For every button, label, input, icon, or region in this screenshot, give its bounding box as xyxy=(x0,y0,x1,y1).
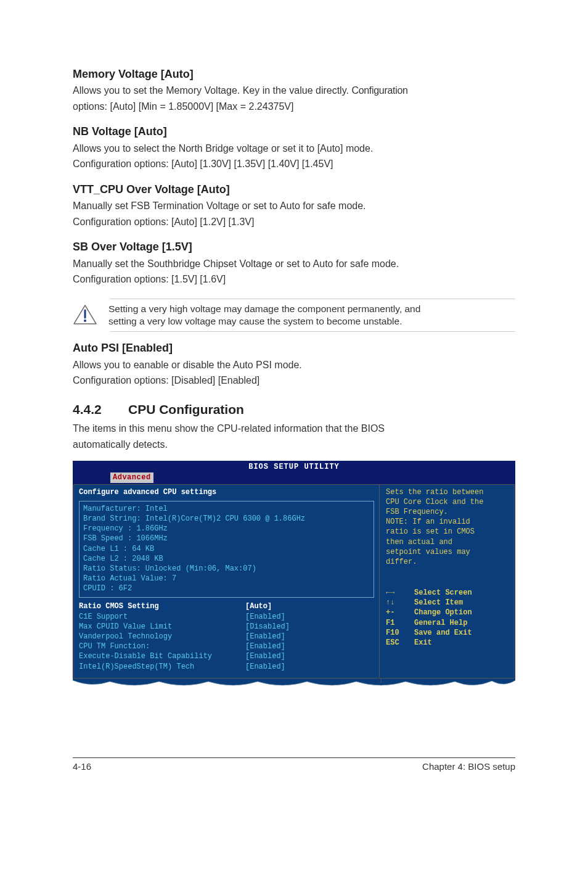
bios-tab-advanced[interactable]: Advanced xyxy=(110,472,153,482)
bios-nav-key: ←→ xyxy=(386,588,414,598)
bios-nav-row: ↑↓Select Item xyxy=(386,598,508,608)
bios-nav-key: ↑↓ xyxy=(386,598,414,608)
heading-sb-over: SB Over Voltage [1.5V] xyxy=(73,239,515,254)
bios-info-line: Cache L1 : 64 KB xyxy=(83,544,370,554)
bios-nav-key: F1 xyxy=(386,618,414,628)
desc-cpu-config-1: The items in this menu show the CPU-rela… xyxy=(73,422,515,435)
bios-torn-edge xyxy=(73,679,515,690)
bios-title: BIOS SETUP UTILITY xyxy=(73,461,515,472)
bios-info-line: Frequency : 1.86GHz xyxy=(83,524,370,534)
bios-nav-row: +-Change Option xyxy=(386,608,508,617)
bios-nav-row: ESCExit xyxy=(386,638,508,648)
bios-info-line: Cache L2 : 2048 KB xyxy=(83,554,370,564)
chapter-title: Chapter 4: BIOS setup xyxy=(422,761,515,773)
bios-nav-label: General Help xyxy=(414,618,467,628)
bios-setting-label: Vanderpool Technology xyxy=(79,632,245,642)
desc-auto-psi-1: Allows you to eanable or disable the Aut… xyxy=(73,358,515,372)
bios-window: BIOS SETUP UTILITY Advanced Configure ad… xyxy=(73,461,515,679)
text-condensed: Configuration xyxy=(351,85,407,96)
bios-setting-label: CPU TM Function: xyxy=(79,642,245,651)
bios-left-heading: Configure advanced CPU settings xyxy=(79,487,374,497)
text: ratio is set in CMOS xyxy=(386,527,508,537)
bios-setting-value: [Enabled] xyxy=(245,662,285,672)
heading-auto-psi: Auto PSI [Enabled] xyxy=(73,340,515,355)
bios-setting-row[interactable]: Intel(R)SpeedStep(TM) Tech[Enabled] xyxy=(79,662,374,672)
warning-callout: Setting a very high voltage may damage t… xyxy=(73,299,515,332)
bios-info-line: FSB Speed : 1066MHz xyxy=(83,534,370,543)
heading-nb-voltage: NB Voltage [Auto] xyxy=(73,124,515,139)
text: setpoint values may xyxy=(386,547,508,557)
desc-memory-voltage: Allows you to set the Memory Voltage. Ke… xyxy=(73,84,515,97)
bios-setting-value: [Enabled] xyxy=(245,632,285,642)
heading-vtt-cpu: VTT_CPU Over Voltage [Auto] xyxy=(73,182,515,197)
bios-nav-label: Select Screen xyxy=(414,588,472,598)
bios-info-line: Brand String: Intel(R)Core(TM)2 CPU 6300… xyxy=(83,514,370,524)
warning-text: Setting a very high voltage may damage t… xyxy=(108,303,420,328)
bios-setting-value: [Enabled] xyxy=(245,651,285,661)
desc-sb-over-2: Configuration options: [1.5V] [1.6V] xyxy=(73,273,515,286)
bios-setting-value: [Enabled] xyxy=(245,642,285,651)
text: NOTE: If an invalid xyxy=(386,517,508,527)
bios-nav-label: Select Item xyxy=(414,598,463,608)
desc-memory-voltage-2: options: [Auto] [Min = 1.85000V] [Max = … xyxy=(73,100,515,113)
bios-setting-value: [Enabled] xyxy=(245,612,285,622)
heading-memory-voltage: Memory Voltage [Auto] xyxy=(73,67,515,81)
bios-setting-row[interactable]: Ratio CMOS Setting[Auto] xyxy=(79,601,374,611)
bios-nav-label: Change Option xyxy=(414,608,472,617)
section-title: CPU Configuration xyxy=(128,402,244,416)
bios-nav-row: F1General Help xyxy=(386,618,508,628)
bios-nav-row: ←→Select Screen xyxy=(386,588,508,598)
warning-icon xyxy=(73,304,97,325)
desc-vtt-cpu-2: Configuration options: [Auto] [1.2V] [1.… xyxy=(73,215,515,229)
bios-setting-label: Ratio CMOS Setting xyxy=(79,601,245,611)
text: then actual and xyxy=(386,537,508,547)
bios-setting-value: [Auto] xyxy=(245,601,272,611)
bios-nav-row: F10Save and Exit xyxy=(386,628,508,638)
section-heading-cpu-config: 4.4.2CPU Configuration xyxy=(73,401,515,418)
desc-auto-psi-2: Configuration options: [Disabled] [Enabl… xyxy=(73,374,515,387)
svg-point-2 xyxy=(84,320,86,322)
text: Setting a very high voltage may damage t… xyxy=(108,303,420,314)
bios-info-line: Ratio Status: Unlocked (Min:06, Max:07) xyxy=(83,564,370,574)
desc-nb-voltage-1: Allows you to select the North Bridge vo… xyxy=(73,142,515,155)
bios-left-panel: Configure advanced CPU settings Manufact… xyxy=(73,484,379,679)
bios-nav-key: ESC xyxy=(386,638,414,648)
bios-info-line: Ratio Actual Value: 7 xyxy=(83,574,370,584)
desc-sb-over-1: Manually set the Southbridge Chipset Vol… xyxy=(73,257,515,271)
text: setting a very low voltage may cause the… xyxy=(108,316,402,326)
bios-setting-row[interactable]: Max CPUID Value Limit[Disabled] xyxy=(79,622,374,632)
bios-nav-label: Save and Exit xyxy=(414,628,472,638)
bios-setting-label: Intel(R)SpeedStep(TM) Tech xyxy=(79,662,245,672)
desc-vtt-cpu-1: Manually set FSB Termination Voltage or … xyxy=(73,199,515,213)
bios-nav-key: +- xyxy=(386,608,414,617)
bios-info-line: CPUID : 6F2 xyxy=(83,584,370,593)
text: FSB Frequency. xyxy=(386,507,508,517)
bios-setting-value: [Disabled] xyxy=(245,622,290,632)
desc-cpu-config-2: automatically detects. xyxy=(73,438,515,452)
page-footer: 4-16 Chapter 4: BIOS setup xyxy=(73,757,515,773)
bios-settings-list: Ratio CMOS Setting[Auto]C1E Support[Enab… xyxy=(79,601,374,671)
text: Sets the ratio between xyxy=(386,487,508,497)
divider xyxy=(110,331,515,332)
bios-tabrow: Advanced xyxy=(73,472,515,484)
bios-nav-key: F10 xyxy=(386,628,414,638)
bios-setting-label: C1E Support xyxy=(79,612,245,622)
bios-setting-row[interactable]: Execute-Disable Bit Capability[Enabled] xyxy=(79,651,374,661)
bios-setting-label: Execute-Disable Bit Capability xyxy=(79,651,245,661)
desc-nb-voltage-2: Configuration options: [Auto] [1.30V] [1… xyxy=(73,157,515,171)
bios-nav-label: Exit xyxy=(414,638,432,648)
section-number: 4.4.2 xyxy=(73,401,128,418)
bios-right-panel: Sets the ratio between CPU Core Clock an… xyxy=(379,484,515,679)
text: CPU Core Clock and the xyxy=(386,497,508,507)
bios-info-line: Manufacturer: Intel xyxy=(83,504,370,514)
text: Allows you to set the Memory Voltage. Ke… xyxy=(73,85,351,96)
text: differ. xyxy=(386,557,508,567)
bios-setting-row[interactable]: C1E Support[Enabled] xyxy=(79,612,374,622)
bios-setting-label: Max CPUID Value Limit xyxy=(79,622,245,632)
bios-help-text: Sets the ratio between CPU Core Clock an… xyxy=(386,487,508,567)
bios-nav-help: ←→Select Screen↑↓Select Item+-Change Opt… xyxy=(386,588,508,648)
bios-cpu-info-box: Manufacturer: Intel Brand String: Intel(… xyxy=(79,501,374,598)
page-number: 4-16 xyxy=(73,761,91,773)
bios-setting-row[interactable]: Vanderpool Technology[Enabled] xyxy=(79,632,374,642)
bios-setting-row[interactable]: CPU TM Function:[Enabled] xyxy=(79,642,374,651)
